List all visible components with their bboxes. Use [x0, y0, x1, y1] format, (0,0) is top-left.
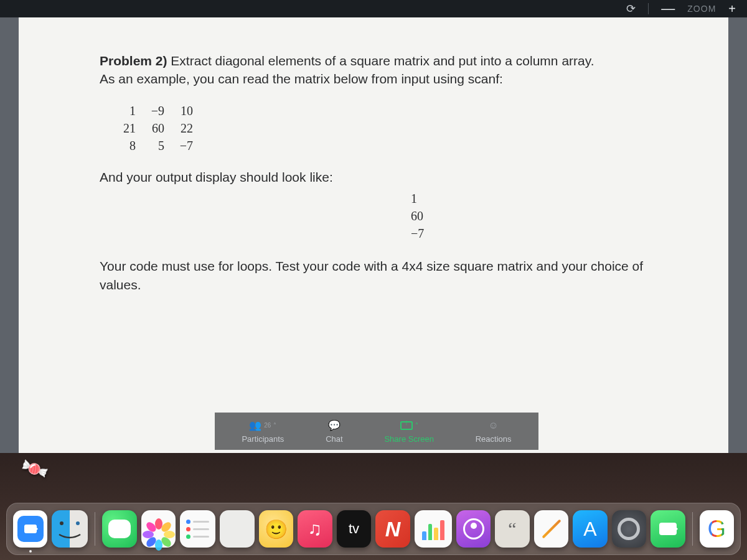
dock-app-photos[interactable]	[141, 510, 176, 548]
dock-app-podcasts[interactable]	[456, 510, 491, 548]
output-column: 1 60 −7	[411, 190, 647, 242]
window-top-bar: ⟳ — ZOOM +	[0, 0, 747, 17]
dock-app-n[interactable]: N	[375, 510, 410, 548]
zoom-out-button[interactable]: —	[661, 1, 675, 17]
music-note-icon: ♫	[308, 518, 322, 539]
dock-app-settings[interactable]	[612, 510, 646, 548]
face-icon: 🙂	[265, 518, 288, 540]
macos-dock: 🙂 ♫ tv N “ A G	[6, 503, 741, 555]
output-intro: And your output display should look like…	[100, 168, 647, 186]
appstore-icon: A	[583, 518, 596, 541]
table-row: 21 60 22	[111, 119, 647, 137]
participants-button[interactable]: 👥 26 ˄ Participants	[242, 419, 284, 444]
participants-icon: 👥	[249, 419, 261, 431]
svg-point-1	[76, 521, 80, 525]
share-screen-icon: ↑	[400, 421, 413, 430]
dock-separator	[692, 512, 693, 546]
screen-share-viewport: Problem 2) Extract diagonal elements of …	[0, 17, 747, 453]
quote-icon: “	[508, 518, 516, 539]
output-cell: 1	[411, 190, 647, 207]
chat-label: Chat	[326, 434, 342, 444]
dock-app-unknown[interactable]	[220, 510, 254, 548]
dock-app-tv[interactable]: tv	[337, 510, 371, 548]
dock-app-messages[interactable]	[102, 510, 136, 548]
dock-app-quote[interactable]: “	[495, 510, 529, 548]
participants-count: 26	[264, 422, 271, 429]
problem-title: Problem 2)	[100, 54, 167, 68]
svg-point-0	[60, 521, 63, 525]
zoom-meeting-toolbar: 👥 26 ˄ Participants 💬 Chat ↑ ˄ Share Scr…	[215, 413, 538, 450]
matrix-cell: 1	[111, 102, 139, 119]
matrix-cell: 22	[168, 119, 197, 137]
document-page: Problem 2) Extract diagonal elements of …	[19, 17, 728, 453]
separator	[648, 3, 649, 14]
share-screen-button[interactable]: ↑ ˄ Share Screen	[384, 419, 434, 444]
output-cell: 60	[411, 207, 647, 225]
dock-app-pages[interactable]	[534, 510, 568, 548]
gear-icon	[618, 518, 640, 540]
g-label: G	[708, 516, 726, 543]
matrix-cell: 10	[168, 102, 197, 119]
matrix-cell: 8	[111, 137, 139, 154]
reactions-button[interactable]: ☺ Reactions	[476, 419, 512, 444]
matrix-cell: −7	[168, 137, 197, 154]
n-label: N	[385, 517, 401, 541]
example-matrix: 1 −9 10 21 60 22 8 5 −7	[111, 102, 647, 154]
dock-app-facetime[interactable]	[651, 510, 685, 548]
dock-app-memoji[interactable]: 🙂	[259, 510, 293, 548]
matrix-cell: 5	[139, 137, 168, 154]
problem-text-1: Extract diagonal elements of a square ma…	[167, 54, 594, 68]
share-screen-label: Share Screen	[384, 434, 434, 444]
chevron-up-icon: ˄	[415, 422, 418, 429]
chevron-up-icon: ˄	[273, 422, 276, 429]
table-row: 8 5 −7	[111, 137, 647, 154]
participants-label: Participants	[242, 434, 284, 444]
dock-app-reminders[interactable]	[180, 510, 215, 548]
tv-label: tv	[349, 521, 359, 537]
zoom-label: ZOOM	[687, 4, 716, 14]
matrix-cell: −9	[139, 102, 168, 119]
pen-icon	[542, 519, 561, 538]
problem-heading-line: Problem 2) Extract diagonal elements of …	[100, 52, 647, 70]
podcast-icon	[463, 518, 484, 539]
dock-app-google[interactable]: G	[700, 510, 734, 548]
refresh-icon[interactable]: ⟳	[626, 2, 636, 16]
matrix-cell: 60	[139, 119, 168, 137]
table-row: 1 −9 10	[111, 102, 647, 119]
matrix-cell: 21	[111, 119, 139, 137]
problem-text-2: As an example, you can read the matrix b…	[100, 70, 647, 88]
dock-app-zoom[interactable]	[13, 510, 47, 548]
zoom-in-button[interactable]: +	[728, 2, 736, 16]
dock-app-appstore[interactable]: A	[573, 510, 607, 548]
output-cell: −7	[411, 225, 647, 242]
dock-app-finder[interactable]	[52, 510, 88, 548]
chat-icon: 💬	[328, 419, 341, 431]
problem-requirement: Your code must use for loops. Test your …	[100, 257, 647, 294]
chat-button[interactable]: 💬 Chat	[326, 419, 342, 444]
desktop-wallpaper: 🍬 🙂	[0, 453, 747, 560]
dock-separator	[95, 512, 95, 546]
camera-icon	[659, 523, 677, 535]
smile-icon: ☺	[488, 420, 498, 431]
reactions-label: Reactions	[476, 434, 512, 444]
dock-app-numbers[interactable]	[415, 510, 452, 548]
candy-icon: 🍬	[18, 452, 51, 485]
dock-app-music[interactable]: ♫	[298, 510, 332, 548]
